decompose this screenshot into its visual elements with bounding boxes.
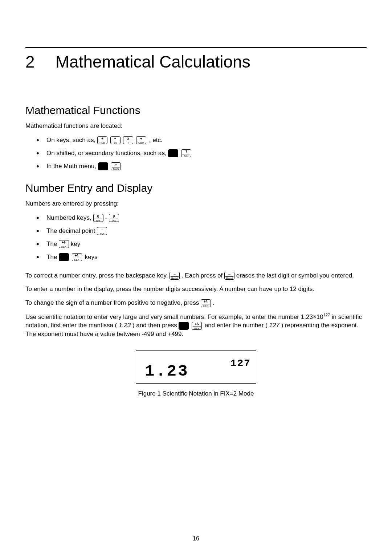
key-zero: 0nPr	[93, 214, 103, 222]
list-item: On keys, such as, +RND −1/x x√ ÷Math , e…	[36, 135, 367, 145]
paragraph-digits: To enter a number in the display, press …	[25, 285, 367, 293]
list-math-functions: On keys, such as, +RND −1/x x√ ÷Math , e…	[25, 135, 367, 171]
key-minus: −1/x	[110, 136, 121, 144]
list-item: In the Math menu, ÷Math	[36, 162, 367, 171]
top-rule	[25, 47, 367, 48]
key-shift	[179, 322, 189, 330]
key-shift	[98, 162, 108, 170]
list-number-entry: Numbered keys, 0nPr - 9TAN The decimal p…	[25, 213, 367, 262]
key-seven-sin: 7SIN	[181, 149, 191, 157]
list-item: The +/-EEX key	[36, 239, 367, 249]
lcd-mantissa: 1.23	[145, 362, 189, 380]
key-div-math: ÷Math	[111, 162, 121, 170]
key-plus: +RND	[97, 136, 107, 144]
key-multiply: x√	[123, 136, 133, 144]
lcd-display: 1.23 127	[136, 350, 256, 384]
paragraph-scientific: Use scientific notation to enter very la…	[25, 312, 367, 339]
list-item: On shifted, or secondary functions, such…	[36, 149, 367, 158]
key-shift	[59, 253, 69, 261]
paragraph-sign: To change the sign of a number from posi…	[25, 299, 367, 307]
chapter-title: Mathematical Calculations	[56, 52, 250, 71]
key-decimal: ·nCr	[97, 227, 107, 235]
section2-intro: Numbers are entered by pressing:	[25, 199, 367, 208]
paragraph-backspace: To correct a number entry, press the bac…	[25, 271, 367, 280]
sci-number: 1.23×10127	[301, 313, 332, 320]
key-plus-minus: +/-EEX	[59, 240, 69, 248]
figure-caption: Figure 1 Scientific Notation in FIX=2 Mo…	[25, 390, 367, 397]
key-eex: +/-EEX	[192, 322, 202, 330]
key-backspace: ←Reset	[224, 272, 234, 280]
page-number: 16	[0, 535, 392, 542]
lcd-exponent: 127	[230, 358, 251, 369]
key-divide: ÷Math	[136, 136, 146, 144]
section-math-functions: Mathematical Functions	[25, 104, 367, 117]
chapter-number: 2	[25, 52, 51, 72]
key-backspace: ←Reset	[170, 272, 180, 280]
list-item: Numbered keys, 0nPr - 9TAN	[36, 213, 367, 223]
key-nine: 9TAN	[109, 214, 119, 222]
list-item: The decimal point ·nCr	[36, 226, 367, 236]
list-item: The +/-EEX keys	[36, 252, 367, 262]
section1-intro: Mathematical functions are located:	[25, 122, 367, 130]
chapter-heading: 2 Mathematical Calculations	[25, 52, 367, 72]
key-shift	[168, 149, 178, 157]
section-number-entry: Number Entry and Display	[25, 182, 367, 194]
key-plus-minus: +/-EEX	[201, 299, 211, 307]
key-eex: +/-EEX	[72, 253, 82, 261]
